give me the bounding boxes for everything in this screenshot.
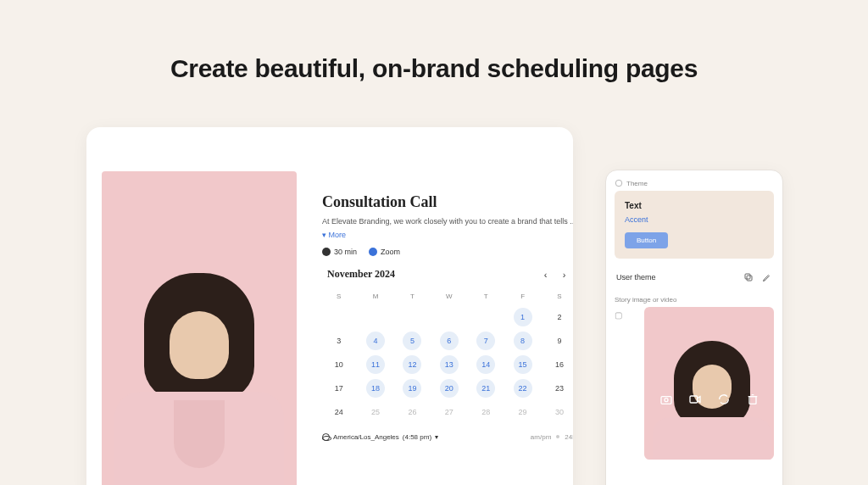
- svg-point-4: [665, 399, 668, 402]
- page-headline: Create beautiful, on-brand scheduling pa…: [0, 54, 868, 83]
- calendar-day[interactable]: 6: [440, 332, 459, 350]
- palette-icon: [615, 179, 623, 187]
- delete-icon[interactable]: [745, 392, 760, 407]
- booking-preview-card: Consultation Call At Elevate Branding, w…: [86, 127, 573, 485]
- svg-point-0: [615, 180, 622, 187]
- more-link[interactable]: ▾ More: [322, 231, 573, 239]
- calendar-day[interactable]: 2: [550, 308, 569, 326]
- customization-panel: Theme Text Accent Button User theme Stor…: [605, 170, 783, 485]
- calendar-day[interactable]: 24: [330, 403, 348, 421]
- calendar-day[interactable]: 4: [366, 332, 385, 350]
- calendar-day[interactable]: 12: [403, 355, 421, 374]
- zoom-icon: [369, 248, 377, 256]
- clock-icon: [322, 248, 331, 256]
- calendar-day: [330, 308, 348, 326]
- calendar-dow: F: [506, 290, 539, 303]
- user-theme-label: User theme: [616, 273, 656, 282]
- booking-details: Consultation Call At Elevate Branding, w…: [297, 127, 573, 485]
- platform-text: Zoom: [381, 248, 400, 256]
- story-section-label: Story image or video: [615, 296, 774, 304]
- svg-rect-3: [661, 397, 671, 404]
- calendar-day: [476, 308, 495, 326]
- calendar-day[interactable]: 27: [440, 403, 459, 421]
- calendar-day[interactable]: 1: [514, 308, 532, 326]
- calendar-day[interactable]: 26: [403, 403, 421, 421]
- 24h-toggle[interactable]: 24h: [565, 433, 573, 441]
- booking-title: Consultation Call: [322, 193, 573, 211]
- video-icon[interactable]: [687, 392, 703, 407]
- camera-icon[interactable]: [659, 392, 674, 407]
- edit-icon[interactable]: [762, 272, 772, 282]
- theme-button-sample[interactable]: Button: [625, 232, 668, 248]
- calendar-prev-button[interactable]: ‹: [539, 268, 553, 282]
- refresh-icon[interactable]: [716, 392, 732, 407]
- chevron-down-icon: ▾: [435, 433, 438, 441]
- calendar-day: [403, 308, 421, 326]
- calendar-dow: T: [470, 290, 503, 303]
- calendar-month-label: November 2024: [327, 268, 395, 281]
- story-preview-image[interactable]: [644, 307, 774, 460]
- calendar-day[interactable]: 25: [366, 403, 385, 421]
- calendar-day[interactable]: 13: [440, 355, 459, 374]
- theme-accent-sample[interactable]: Accent: [625, 215, 764, 224]
- calendar-day: [366, 308, 385, 326]
- calendar-day[interactable]: 8: [514, 332, 532, 350]
- svg-rect-2: [745, 274, 750, 279]
- globe-icon: [322, 433, 330, 441]
- timezone-name: America/Los_Angeles: [333, 433, 399, 441]
- duration-text: 30 min: [334, 248, 357, 256]
- calendar-day[interactable]: 30: [550, 403, 569, 421]
- calendar-day[interactable]: 5: [403, 332, 421, 350]
- duration-meta: 30 min: [322, 248, 357, 256]
- calendar-day[interactable]: 16: [550, 355, 569, 374]
- timezone-selector[interactable]: America/Los_Angeles (4:58 pm) ▾: [322, 433, 438, 441]
- calendar-day[interactable]: 19: [403, 379, 421, 398]
- calendar-day[interactable]: 3: [330, 332, 348, 350]
- calendar-day[interactable]: 22: [514, 379, 532, 398]
- theme-preview-card: Text Accent Button: [615, 191, 774, 259]
- calendar-day: [440, 308, 459, 326]
- calendar-dow: S: [542, 290, 573, 303]
- booking-description: At Elevate Branding, we work closely wit…: [322, 216, 573, 227]
- calendar-day[interactable]: 18: [366, 379, 385, 398]
- separator-dot: [556, 435, 559, 438]
- platform-meta: Zoom: [369, 248, 400, 256]
- calendar-day[interactable]: 15: [514, 355, 532, 374]
- svg-rect-5: [690, 396, 698, 403]
- calendar-day[interactable]: 23: [550, 379, 569, 398]
- calendar-day[interactable]: 10: [330, 355, 348, 374]
- image-icon: ▢: [615, 310, 622, 320]
- theme-section-label: Theme: [615, 179, 774, 187]
- calendar-day[interactable]: 14: [476, 355, 495, 374]
- timezone-time: (4:58 pm): [403, 433, 431, 441]
- ampm-toggle[interactable]: am/pm: [531, 433, 551, 441]
- calendar-day[interactable]: 28: [476, 403, 495, 421]
- calendar-dow: T: [396, 290, 429, 303]
- theme-text-sample: Text: [625, 201, 764, 210]
- copy-icon[interactable]: [743, 272, 754, 282]
- svg-rect-1: [747, 276, 752, 281]
- calendar-next-button[interactable]: ›: [558, 268, 571, 282]
- svg-rect-6: [749, 397, 756, 404]
- calendar-day[interactable]: 7: [476, 332, 495, 350]
- calendar-day[interactable]: 29: [514, 403, 532, 421]
- calendar-dow: S: [322, 290, 355, 303]
- calendar-day[interactable]: 20: [440, 379, 459, 398]
- calendar-grid: SMTWTFS123456789101112131415161718192021…: [322, 290, 573, 421]
- calendar-dow: W: [432, 290, 465, 303]
- calendar-day[interactable]: 17: [330, 379, 348, 398]
- calendar-day[interactable]: 21: [476, 379, 495, 398]
- calendar-dow: M: [359, 290, 392, 303]
- calendar-day[interactable]: 11: [366, 355, 385, 374]
- calendar-day[interactable]: 9: [550, 332, 569, 350]
- hero-image: [102, 171, 297, 485]
